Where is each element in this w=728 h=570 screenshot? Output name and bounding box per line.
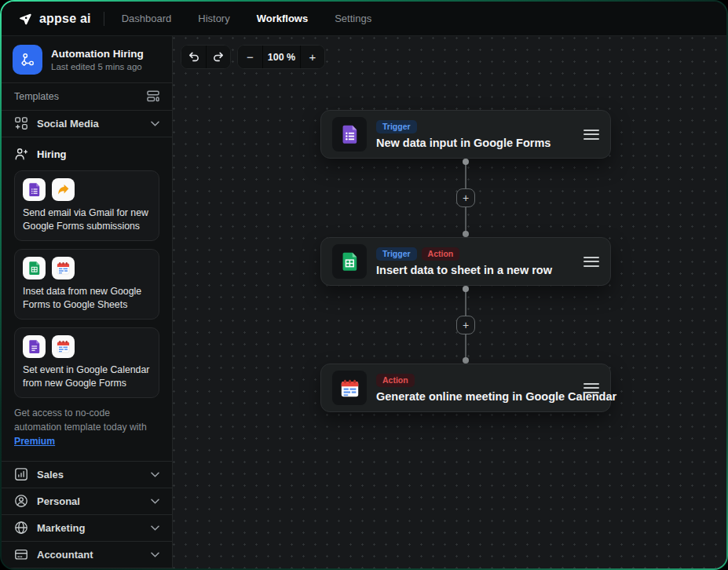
workflow-canvas[interactable]: − 100 % + bbox=[173, 36, 726, 568]
add-step-button[interactable]: + bbox=[456, 188, 475, 207]
zoom-in-button[interactable]: + bbox=[300, 46, 324, 68]
workflow-node-google-calendar[interactable]: Action Generate online meeting in Google… bbox=[320, 364, 611, 412]
workflow-titles: Automation Hiring Last edited 5 mins ago bbox=[51, 47, 144, 72]
action-badge: Action bbox=[422, 247, 460, 261]
top-nav: Dashboard History Workflows Settings bbox=[122, 13, 372, 24]
templates-row: Templates bbox=[2, 83, 172, 111]
premium-link[interactable]: Premium bbox=[14, 436, 55, 447]
node-badges: Action bbox=[376, 374, 574, 387]
add-step-button[interactable]: + bbox=[456, 316, 475, 334]
nav-history[interactable]: History bbox=[198, 13, 229, 24]
sidebar: Automation Hiring Last edited 5 mins ago… bbox=[2, 36, 173, 568]
template-card-icons bbox=[23, 178, 151, 201]
trigger-badge: Trigger bbox=[376, 247, 417, 261]
connector-dot bbox=[463, 231, 469, 237]
template-card-text: Set event in Google Calendar from new Go… bbox=[23, 364, 151, 390]
hiring-section: Hiring bbox=[2, 137, 172, 462]
zoom-group: − 100 % + bbox=[237, 45, 325, 69]
node-menu-button[interactable] bbox=[583, 130, 599, 140]
workflow-node-google-sheets[interactable]: Trigger Action Insert data to sheet in a… bbox=[320, 237, 611, 286]
chevron-down-icon bbox=[151, 525, 159, 531]
share-arrow-icon bbox=[52, 178, 75, 201]
sidebar-item-accountant[interactable]: Accountant bbox=[2, 542, 172, 568]
node-menu-button[interactable] bbox=[583, 383, 599, 393]
chevron-down-icon bbox=[151, 472, 159, 477]
node-content: Trigger New data input in Google Forms bbox=[376, 120, 574, 149]
brand-name: appse ai bbox=[39, 12, 91, 26]
sidebar-item-hiring[interactable]: Hiring bbox=[2, 137, 172, 170]
nav-settings[interactable]: Settings bbox=[335, 13, 371, 24]
sidebar-item-label: Personal bbox=[37, 495, 80, 507]
google-calendar-icon bbox=[52, 257, 75, 280]
brand-logo-icon bbox=[17, 11, 33, 27]
redo-button[interactable] bbox=[206, 46, 230, 68]
undo-icon bbox=[188, 51, 200, 63]
topbar-divider bbox=[104, 12, 104, 26]
app-frame: appse ai Dashboard History Workflows Set… bbox=[0, 0, 728, 570]
trigger-badge: Trigger bbox=[376, 120, 417, 133]
google-forms-icon bbox=[23, 178, 46, 201]
redo-icon bbox=[212, 51, 225, 63]
node-title: Insert data to sheet in a new row bbox=[376, 264, 574, 276]
node-content: Trigger Action Insert data to sheet in a… bbox=[376, 247, 574, 276]
template-card-text: Send email via Gmail for new Google Form… bbox=[23, 206, 151, 233]
sidebar-item-label: Accountant bbox=[37, 549, 93, 561]
sidebar-item-marketing[interactable]: Marketing bbox=[2, 515, 172, 542]
node-title: New data input in Google Forms bbox=[376, 137, 574, 149]
marketing-globe-icon bbox=[14, 521, 28, 535]
workflow-title: Automation Hiring bbox=[51, 47, 144, 61]
workflow-icon bbox=[13, 45, 42, 75]
sidebar-item-label: Marketing bbox=[37, 522, 85, 534]
workflow-header: Automation Hiring Last edited 5 mins ago bbox=[2, 36, 172, 83]
nav-workflows[interactable]: Workflows bbox=[257, 13, 309, 24]
node-badges: Trigger bbox=[376, 120, 574, 133]
google-sheets-icon bbox=[23, 257, 46, 280]
zoom-level: 100 % bbox=[262, 46, 300, 68]
node-badges: Trigger Action bbox=[376, 247, 574, 261]
template-card-forms-sheets[interactable]: Inset data from new Google Forms to Goog… bbox=[14, 249, 159, 320]
premium-note-text: Get access to no-code automation templat… bbox=[14, 407, 147, 433]
templates-layout-icon[interactable] bbox=[147, 90, 159, 102]
canvas-toolbar: − 100 % + bbox=[181, 45, 325, 69]
template-card-text: Inset data from new Google Forms to Goog… bbox=[23, 285, 151, 312]
sidebar-item-personal[interactable]: Personal bbox=[2, 488, 172, 515]
undo-button[interactable] bbox=[181, 46, 206, 68]
node-title: Generate online meeting in Google Calend… bbox=[376, 390, 574, 403]
chevron-down-icon bbox=[151, 121, 159, 126]
node-connector: + bbox=[456, 159, 475, 237]
chevron-down-icon bbox=[151, 499, 159, 504]
node-connector: + bbox=[456, 286, 475, 364]
google-forms-icon bbox=[332, 117, 367, 152]
personal-user-icon bbox=[14, 494, 28, 508]
connector-dot bbox=[463, 286, 469, 292]
workflow-subtitle: Last edited 5 mins ago bbox=[51, 62, 144, 71]
workflow-node-google-forms[interactable]: Trigger New data input in Google Forms bbox=[320, 110, 611, 159]
templates-label: Templates bbox=[14, 91, 59, 102]
history-group bbox=[181, 45, 231, 69]
node-menu-button[interactable] bbox=[583, 257, 599, 267]
app-window: appse ai Dashboard History Workflows Set… bbox=[2, 2, 726, 568]
node-content: Action Generate online meeting in Google… bbox=[376, 374, 574, 403]
sidebar-item-label: Social Media bbox=[37, 118, 99, 130]
connector-dot bbox=[463, 159, 469, 165]
google-calendar-icon bbox=[52, 335, 75, 358]
social-media-grid-icon bbox=[14, 116, 28, 130]
brand[interactable]: appse ai bbox=[17, 11, 91, 27]
template-card-icons bbox=[23, 257, 151, 280]
topbar: appse ai Dashboard History Workflows Set… bbox=[2, 2, 726, 36]
google-sheets-icon bbox=[332, 244, 367, 279]
nav-dashboard[interactable]: Dashboard bbox=[122, 13, 172, 24]
google-forms-icon bbox=[23, 335, 46, 358]
hiring-person-plus-icon bbox=[14, 147, 28, 161]
accountant-card-icon bbox=[14, 547, 28, 561]
zoom-out-button[interactable]: − bbox=[238, 46, 262, 68]
sidebar-item-social-media[interactable]: Social Media bbox=[2, 111, 172, 137]
premium-note: Get access to no-code automation templat… bbox=[14, 406, 159, 449]
sidebar-item-sales[interactable]: Sales bbox=[2, 462, 172, 488]
sales-chart-icon bbox=[14, 467, 28, 481]
google-calendar-icon bbox=[332, 371, 367, 405]
action-badge: Action bbox=[376, 374, 415, 387]
template-card-calendar-forms[interactable]: Set event in Google Calendar from new Go… bbox=[14, 327, 159, 398]
template-card-gmail-forms[interactable]: Send email via Gmail for new Google Form… bbox=[14, 170, 159, 241]
connector-dot bbox=[463, 357, 469, 364]
